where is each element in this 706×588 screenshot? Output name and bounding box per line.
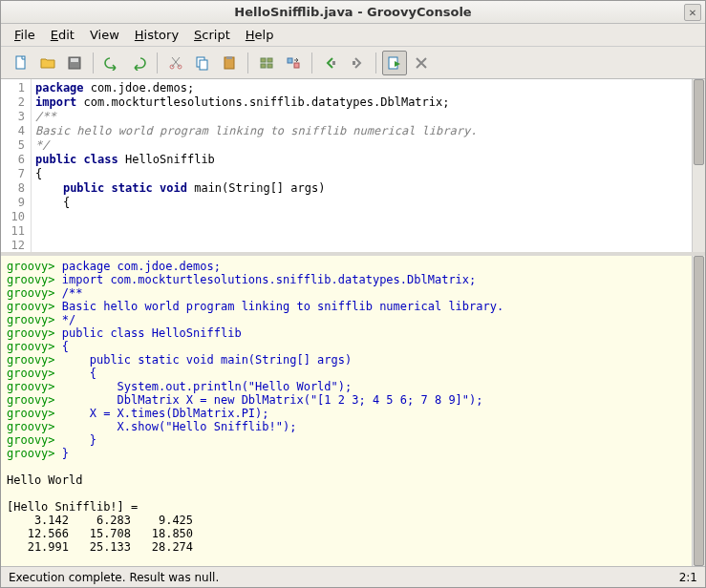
output-console[interactable]: groovy> package com.jdoe.demos;groovy> i… xyxy=(1,256,692,566)
editor-pane: 123456789101112 package com.jdoe.demos;i… xyxy=(1,79,705,256)
copy-button[interactable] xyxy=(190,51,215,75)
line-gutter: 123456789101112 xyxy=(1,79,32,252)
menu-script[interactable]: Script xyxy=(186,25,238,45)
svg-rect-16 xyxy=(353,61,355,65)
find-button[interactable] xyxy=(254,51,279,75)
output-scrollbar[interactable] xyxy=(692,256,705,566)
clear-output-button[interactable] xyxy=(409,51,434,75)
editor-scrollbar[interactable] xyxy=(692,79,705,252)
paste-button[interactable] xyxy=(217,51,242,75)
menu-edit[interactable]: Edit xyxy=(43,25,82,45)
undo-button[interactable] xyxy=(99,51,124,75)
svg-rect-14 xyxy=(294,63,299,68)
svg-rect-12 xyxy=(267,64,272,68)
svg-rect-11 xyxy=(261,64,266,68)
menu-view[interactable]: View xyxy=(82,25,127,45)
svg-rect-0 xyxy=(16,56,25,69)
output-pane: groovy> package com.jdoe.demos;groovy> i… xyxy=(1,256,705,566)
status-message: Execution complete. Result was null. xyxy=(9,571,219,584)
run-script-button[interactable] xyxy=(382,51,407,75)
menu-history[interactable]: History xyxy=(127,25,186,45)
history-next-button[interactable] xyxy=(345,51,370,75)
open-file-button[interactable] xyxy=(35,51,60,75)
redo-button[interactable] xyxy=(126,51,151,75)
svg-rect-6 xyxy=(200,60,207,70)
menu-file[interactable]: File xyxy=(7,25,43,45)
content-area: 123456789101112 package com.jdoe.demos;i… xyxy=(1,79,705,566)
svg-rect-8 xyxy=(226,56,232,59)
separator xyxy=(247,52,248,74)
cut-button[interactable] xyxy=(163,51,188,75)
window-title: HelloSnifflib.java - GroovyConsole xyxy=(234,5,471,19)
svg-rect-10 xyxy=(267,58,272,62)
new-file-button[interactable] xyxy=(9,51,33,75)
statusbar: Execution complete. Result was null. 2:1 xyxy=(1,566,705,587)
svg-rect-9 xyxy=(261,58,266,62)
menubar: File Edit View History Script Help xyxy=(1,24,705,47)
close-button[interactable]: ✕ xyxy=(684,4,701,21)
code-editor[interactable]: package com.jdoe.demos;import com.mocktu… xyxy=(32,79,692,252)
svg-rect-2 xyxy=(71,58,78,62)
separator xyxy=(157,52,158,74)
cursor-position: 2:1 xyxy=(679,571,697,584)
svg-rect-15 xyxy=(332,61,335,65)
separator xyxy=(93,52,94,74)
save-file-button[interactable] xyxy=(62,51,87,75)
replace-button[interactable] xyxy=(281,51,306,75)
separator xyxy=(375,52,376,74)
svg-rect-13 xyxy=(288,58,292,63)
toolbar xyxy=(1,47,705,79)
titlebar: HelloSnifflib.java - GroovyConsole ✕ xyxy=(1,1,705,24)
separator xyxy=(311,52,312,74)
history-prev-button[interactable] xyxy=(318,51,343,75)
menu-help[interactable]: Help xyxy=(238,25,282,45)
